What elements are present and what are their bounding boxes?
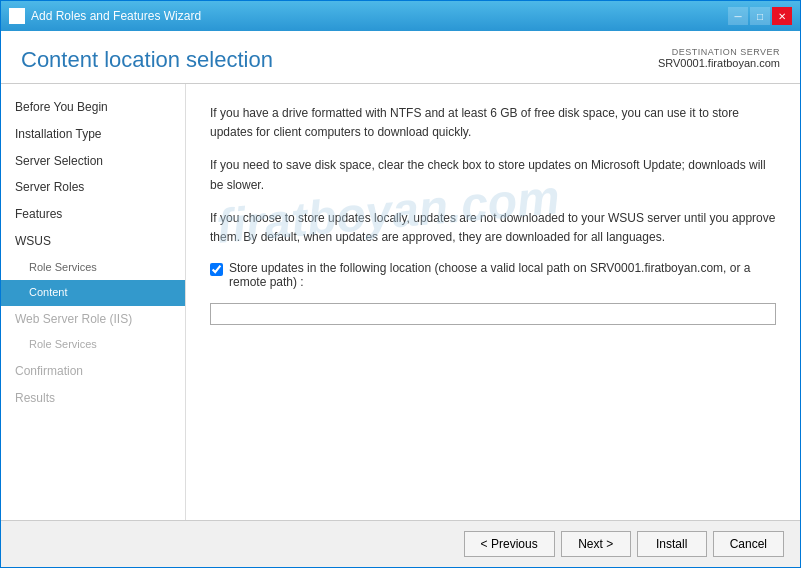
sidebar-item-wsus[interactable]: WSUS <box>1 228 185 255</box>
main-window: Add Roles and Features Wizard ─ □ ✕ Cont… <box>0 0 801 568</box>
paragraph-2: If you need to save disk space, clear th… <box>210 156 776 194</box>
sidebar-item-installation-type[interactable]: Installation Type <box>1 121 185 148</box>
sidebar-item-features[interactable]: Features <box>1 201 185 228</box>
sidebar-item-server-roles[interactable]: Server Roles <box>1 174 185 201</box>
page-header: Content location selection DESTINATION S… <box>1 31 800 84</box>
close-button[interactable]: ✕ <box>772 7 792 25</box>
minimize-button[interactable]: ─ <box>728 7 748 25</box>
title-bar-left: Add Roles and Features Wizard <box>9 8 201 24</box>
paragraph-3: If you choose to store updates locally, … <box>210 209 776 247</box>
main-body: Before You Begin Installation Type Serve… <box>1 84 800 520</box>
sidebar: Before You Begin Installation Type Serve… <box>1 84 186 520</box>
svg-rect-0 <box>11 10 23 19</box>
next-button[interactable]: Next > <box>561 531 631 557</box>
right-content: firatboyan.com If you have a drive forma… <box>186 84 800 520</box>
cancel-button[interactable]: Cancel <box>713 531 784 557</box>
maximize-button[interactable]: □ <box>750 7 770 25</box>
window-controls: ─ □ ✕ <box>728 7 792 25</box>
previous-button[interactable]: < Previous <box>464 531 555 557</box>
sidebar-item-web-server-role[interactable]: Web Server Role (IIS) <box>1 306 185 333</box>
store-updates-checkbox[interactable] <box>210 263 223 276</box>
paragraph-1: If you have a drive formatted with NTFS … <box>210 104 776 142</box>
destination-server-info: DESTINATION SERVER SRV0001.firatboyan.co… <box>658 47 780 69</box>
path-input[interactable] <box>210 303 776 325</box>
sidebar-item-role-services-2[interactable]: Role Services <box>1 332 185 357</box>
sidebar-item-content[interactable]: Content <box>1 280 185 305</box>
install-button[interactable]: Install <box>637 531 707 557</box>
app-icon <box>9 8 25 24</box>
content-area: Content location selection DESTINATION S… <box>1 31 800 520</box>
store-updates-row: Store updates in the following location … <box>210 261 776 289</box>
sidebar-item-results[interactable]: Results <box>1 385 185 412</box>
store-updates-label[interactable]: Store updates in the following location … <box>229 261 776 289</box>
footer: < Previous Next > Install Cancel <box>1 520 800 567</box>
svg-rect-1 <box>13 19 21 21</box>
sidebar-item-server-selection[interactable]: Server Selection <box>1 148 185 175</box>
destination-label: DESTINATION SERVER <box>658 47 780 57</box>
window-title: Add Roles and Features Wizard <box>31 9 201 23</box>
server-name: SRV0001.firatboyan.com <box>658 57 780 69</box>
sidebar-item-role-services-1[interactable]: Role Services <box>1 255 185 280</box>
page-title: Content location selection <box>21 47 273 73</box>
sidebar-item-before-you-begin[interactable]: Before You Begin <box>1 94 185 121</box>
title-bar: Add Roles and Features Wizard ─ □ ✕ <box>1 1 800 31</box>
sidebar-item-confirmation[interactable]: Confirmation <box>1 358 185 385</box>
